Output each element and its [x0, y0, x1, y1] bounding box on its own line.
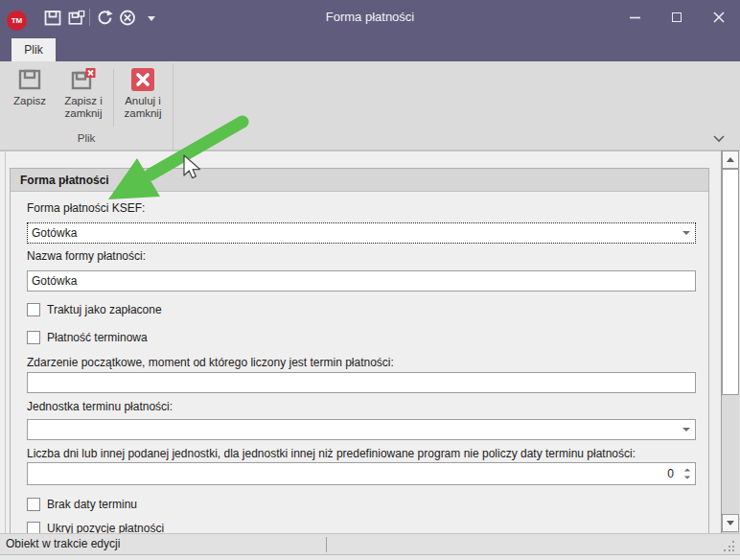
- arrow-down-icon: [727, 521, 734, 525]
- form-panel: Forma płatności Forma płatności KSEF: Go…: [0, 151, 721, 533]
- nazwa-label: Nazwa formy płatności:: [27, 249, 146, 263]
- checkbox-box[interactable]: [27, 498, 40, 511]
- zdarzenie-label: Zdarzenie początkowe, moment od którego …: [27, 356, 394, 369]
- ribbon-separator: [113, 69, 114, 127]
- liczba-dni-label: Liczba dni lub innej podanej jednostki, …: [27, 447, 636, 460]
- anuluj-i-zamknij-label: Anuluj i zamknij: [116, 95, 170, 120]
- scrollbar-thumb[interactable]: [722, 169, 739, 395]
- cancel-icon: [130, 67, 155, 92]
- chevron-down-icon[interactable]: [678, 223, 695, 243]
- checkbox-label: Brak daty terminu: [47, 498, 137, 511]
- checkbox-label: Traktuj jako zapłacone: [47, 303, 162, 316]
- checkbox-label: Płatność terminowa: [47, 331, 148, 344]
- ribbon: Zapisz Zapisz i zamknij Anuluj i zamknij…: [0, 61, 740, 151]
- zapisz-label: Zapisz: [13, 95, 46, 107]
- app-window: TM Forma płatności: [0, 0, 740, 560]
- zapisz-button[interactable]: Zapisz: [6, 65, 54, 134]
- jednostka-label: Jednostka terminu płatności:: [27, 400, 173, 413]
- ksef-label: Forma płatności KSEF:: [27, 201, 145, 215]
- checkbox-box[interactable]: [27, 522, 40, 534]
- group-header: Forma płatności: [11, 169, 708, 192]
- checkbox-brak-daty-terminu[interactable]: Brak daty terminu: [27, 497, 137, 511]
- checkbox-label: Ukryj pozycje płatności: [47, 522, 164, 534]
- status-separator: [326, 537, 327, 552]
- ribbon-group-label: Plik: [0, 132, 173, 144]
- titlebar: TM Forma płatności: [0, 0, 740, 35]
- spinner-value: 0: [28, 467, 680, 480]
- save-close-icon: [70, 67, 97, 92]
- checkbox-ukryj-pozycje-platnosci[interactable]: Ukryj pozycje płatności: [27, 521, 164, 533]
- checkbox-traktuj-jako-zaplacone[interactable]: Traktuj jako zapłacone: [27, 302, 162, 316]
- nazwa-input[interactable]: [27, 270, 696, 292]
- collapse-ribbon-chevron-icon[interactable]: [713, 135, 725, 143]
- zapisz-i-zamknij-label: Zapisz i zamknij: [55, 95, 112, 120]
- scrollbar-up-button[interactable]: [722, 151, 739, 169]
- checkbox-platnosc-terminowa[interactable]: Płatność terminowa: [27, 330, 148, 344]
- tab-plik[interactable]: Plik: [12, 38, 56, 61]
- panel-left-border: [5, 152, 6, 533]
- arrow-up-icon: [727, 157, 734, 162]
- ksef-combobox[interactable]: Gotówka: [27, 222, 696, 244]
- save-icon: [17, 67, 42, 92]
- scrollbar-down-button[interactable]: [722, 514, 739, 532]
- maximize-icon: [672, 12, 682, 22]
- spinner-up-icon[interactable]: [684, 468, 690, 471]
- window-bottom-edge: [0, 554, 740, 560]
- ksef-combobox-value: Gotówka: [28, 226, 678, 240]
- liczba-dni-spinner[interactable]: 0: [27, 462, 696, 485]
- ribbon-tabstrip: Plik: [0, 35, 740, 61]
- close-button[interactable]: [698, 0, 740, 35]
- statusbar: Obiekt w trakcie edycji: [0, 533, 740, 554]
- close-icon: [713, 12, 725, 23]
- zapisz-i-zamknij-button[interactable]: Zapisz i zamknij: [55, 65, 112, 134]
- status-text: Obiekt w trakcie edycji: [6, 537, 120, 550]
- resize-grip[interactable]: [724, 541, 734, 551]
- anuluj-i-zamknij-button[interactable]: Anuluj i zamknij: [116, 65, 170, 134]
- minimize-button[interactable]: [613, 0, 656, 35]
- chevron-down-icon[interactable]: [678, 420, 695, 439]
- ribbon-group-separator: [173, 63, 173, 150]
- checkbox-box[interactable]: [27, 331, 40, 344]
- spinner-down-icon[interactable]: [684, 477, 690, 479]
- maximize-button[interactable]: [656, 0, 698, 35]
- vertical-scrollbar[interactable]: [721, 151, 739, 533]
- checkbox-box[interactable]: [27, 303, 40, 316]
- jednostka-combobox[interactable]: [27, 419, 696, 440]
- zdarzenie-input[interactable]: [27, 372, 696, 393]
